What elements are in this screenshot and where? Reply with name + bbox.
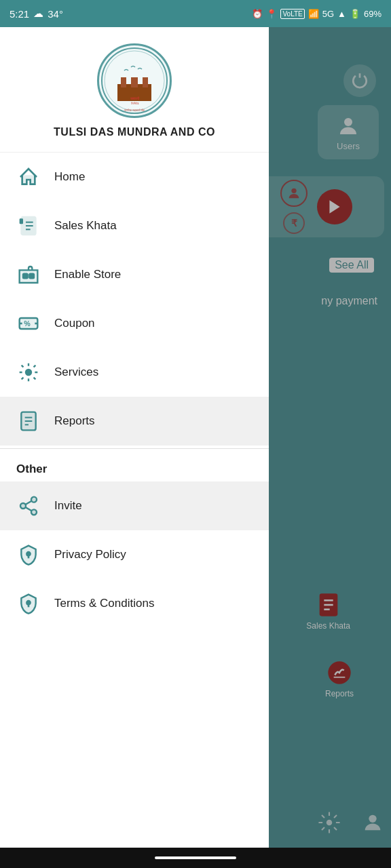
- volte-icon: VoLTE: [280, 9, 304, 19]
- nav-sales-khata-label: Sales Khata: [54, 219, 117, 233]
- network-label: 5G: [322, 9, 334, 19]
- svg-text:लिमिटेड: लिमिटेड: [130, 102, 139, 105]
- share-icon: [16, 494, 41, 518]
- company-name: TULSI DAS MUNDRA AND CO: [54, 126, 215, 138]
- home-icon: [16, 165, 41, 189]
- nav-item-sales-khata[interactable]: Sales Khata: [0, 201, 269, 250]
- nav-item-enable-store[interactable]: Enable Store: [0, 250, 269, 299]
- time: 5:21: [10, 8, 29, 20]
- svg-text:नागरिक सहकारी बैंक: नागरिक सहकारी बैंक: [124, 108, 145, 112]
- signal-icon: ▲: [337, 9, 346, 19]
- status-left: 5:21 ☁ 34°: [10, 7, 63, 20]
- svg-rect-14: [131, 77, 138, 87]
- status-right: ⏰ 📍 VoLTE 📶 5G ▲ 🔋 69%: [252, 9, 381, 19]
- bottom-bar: [0, 848, 391, 868]
- svg-point-37: [20, 503, 26, 509]
- svg-rect-15: [143, 77, 148, 87]
- nav-item-terms[interactable]: Terms & Conditions: [0, 579, 269, 628]
- temperature: 34°: [48, 8, 63, 20]
- nav-invite-label: Invite: [54, 499, 82, 513]
- alarm-icon: ⏰: [252, 9, 263, 19]
- battery-icon: 🔋: [350, 9, 360, 19]
- status-bar: 5:21 ☁ 34° ⏰ 📍 VoLTE 📶 5G ▲ 🔋 69%: [0, 0, 391, 27]
- svg-rect-25: [23, 274, 28, 279]
- svg-point-31: [26, 370, 31, 375]
- svg-point-41: [26, 552, 30, 555]
- nav-privacy-label: Privacy Policy: [54, 548, 126, 561]
- svg-text:%: %: [24, 319, 31, 328]
- svg-rect-26: [29, 274, 34, 279]
- location-icon: 📍: [266, 9, 277, 19]
- nav-reports-label: Reports: [54, 414, 95, 428]
- navigation-drawer: नागरिक सहकारी बैंक सहकारी लिमिटेड TULSI …: [0, 27, 269, 868]
- nav-item-reports[interactable]: Reports: [0, 397, 269, 446]
- svg-line-39: [25, 507, 31, 511]
- nav-item-services[interactable]: Services: [0, 348, 269, 397]
- battery-level: 69%: [364, 9, 381, 19]
- svg-line-40: [25, 501, 31, 505]
- nav-section: Home Sales Khata: [0, 153, 269, 868]
- company-logo: नागरिक सहकारी बैंक सहकारी लिमिटेड: [97, 43, 172, 118]
- nav-home-label: Home: [54, 170, 85, 184]
- nav-item-coupon[interactable]: % Coupon: [0, 299, 269, 348]
- coupon-icon: %: [16, 311, 41, 336]
- home-indicator: [155, 856, 236, 859]
- wifi-icon: 📶: [308, 9, 319, 19]
- reports-icon: [16, 409, 41, 433]
- drawer-header: नागरिक सहकारी बैंक सहकारी लिमिटेड TULSI …: [0, 27, 269, 153]
- svg-point-36: [31, 497, 37, 502]
- services-icon: [16, 360, 41, 384]
- svg-point-38: [31, 509, 37, 515]
- nav-coupon-label: Coupon: [54, 317, 95, 330]
- privacy-shield-icon: [16, 542, 41, 567]
- sales-khata-icon: [16, 214, 41, 238]
- nav-item-home[interactable]: Home: [0, 153, 269, 201]
- svg-point-43: [26, 601, 30, 604]
- svg-rect-21: [20, 218, 23, 224]
- nav-services-label: Services: [54, 366, 98, 379]
- nav-terms-label: Terms & Conditions: [54, 597, 154, 610]
- svg-rect-13: [121, 77, 126, 87]
- nav-item-invite[interactable]: Invite: [0, 481, 269, 530]
- svg-text:सहकारी: सहकारी: [130, 96, 140, 100]
- other-section-header: Other: [0, 452, 269, 481]
- weather-icon: ☁: [33, 7, 43, 20]
- divider: [0, 448, 269, 449]
- store-icon: [16, 262, 41, 287]
- nav-item-privacy-policy[interactable]: Privacy Policy: [0, 530, 269, 579]
- terms-shield-icon: [16, 591, 41, 616]
- nav-enable-store-label: Enable Store: [54, 268, 121, 281]
